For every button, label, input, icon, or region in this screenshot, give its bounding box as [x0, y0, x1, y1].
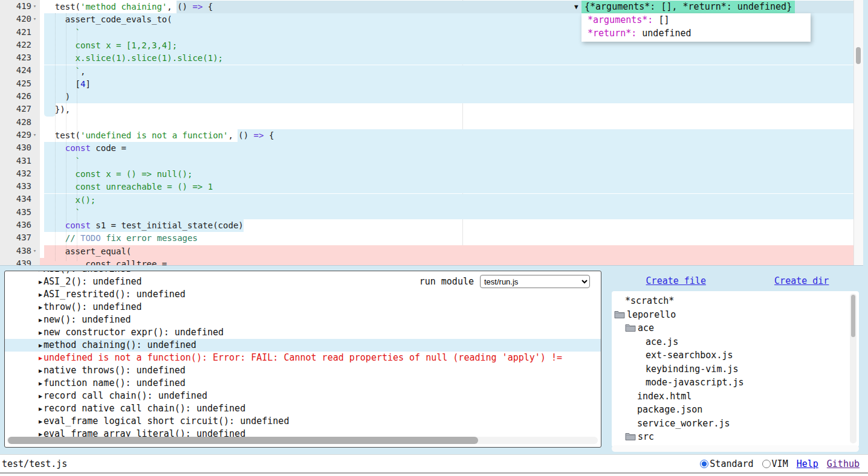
fold-toggle-icon[interactable]: ▾: [31, 245, 38, 257]
line-number: 435: [16, 206, 31, 219]
line-number: 434: [16, 193, 31, 205]
expand-triangle-icon[interactable]: ▶: [39, 271, 42, 272]
expand-triangle-icon[interactable]: ▶: [39, 405, 42, 412]
tree-vertical-scrollbar[interactable]: [850, 294, 857, 443]
code-line[interactable]: `: [45, 155, 80, 168]
expand-triangle-icon[interactable]: ▶: [39, 380, 42, 387]
test-result-row[interactable]: ▶eval_frame logical short circuit(): und…: [5, 415, 601, 428]
line-number: 431: [16, 155, 31, 167]
expand-triangle-icon[interactable]: ▶: [39, 393, 42, 399]
expand-triangle-icon[interactable]: ▶: [39, 329, 42, 336]
dir-tree-item[interactable]: leporello: [612, 308, 850, 322]
line-number: 429: [16, 129, 31, 141]
code-line[interactable]: assert_code_evals_to(: [45, 13, 172, 26]
code-line[interactable]: assert_equal(: [45, 245, 131, 258]
fold-toggle-icon[interactable]: ▾: [31, 0, 38, 13]
line-highlight: [44, 142, 853, 155]
create-dir-link[interactable]: Create dir: [774, 275, 829, 286]
expand-triangle-icon[interactable]: ▶: [39, 367, 42, 374]
line-number: 426: [16, 90, 31, 103]
line-highlight: [44, 194, 853, 207]
test-result-row[interactable]: ▶ASI_restrited(): undefined: [5, 288, 601, 301]
file-tree-item[interactable]: service_worker.js: [612, 417, 850, 431]
object-entry[interactable]: *arguments*: []: [581, 14, 811, 27]
expand-triangle-icon[interactable]: ▶: [39, 342, 42, 349]
test-result-row[interactable]: ▶native throws(): undefined: [5, 364, 601, 377]
help-link[interactable]: Help: [797, 458, 818, 469]
code-line[interactable]: `,: [45, 65, 85, 78]
line-number: 422: [16, 39, 31, 51]
test-result-row[interactable]: ▶method chaining(): undefined: [5, 339, 601, 352]
test-result-row[interactable]: ▶new constructor expr(): undefined: [5, 326, 601, 339]
code-line[interactable]: x.slice(1).slice(1).slice(1);: [45, 52, 223, 65]
scrollbar-thumb[interactable]: [8, 437, 478, 444]
file-tree-item[interactable]: package.json: [612, 403, 850, 417]
expand-triangle-icon[interactable]: ▶: [39, 278, 42, 285]
code-line[interactable]: const s1 = test_initial_state(code): [45, 219, 244, 232]
code-line[interactable]: const code =: [45, 142, 126, 155]
code-line[interactable]: test('undefined is not a function', () =…: [45, 129, 274, 142]
code-editor[interactable]: test('method chaining', () => { assert_c…: [0, 0, 863, 266]
run-module-select[interactable]: test/run.js: [480, 275, 590, 288]
dir-tree-item[interactable]: src: [612, 430, 850, 444]
file-tree-item[interactable]: ext-searchbox.js: [612, 349, 850, 362]
file-tree-item[interactable]: *scratch*: [612, 294, 850, 308]
files-panel-header: Create file Create dir: [612, 273, 863, 289]
test-result-row[interactable]: ▶record call chain(): undefined: [5, 390, 601, 402]
scrollbar-thumb[interactable]: [851, 295, 855, 337]
code-line[interactable]: const calltree = ...: [45, 258, 187, 266]
line-highlight: [44, 155, 853, 168]
expand-triangle-icon[interactable]: ▶: [39, 355, 42, 361]
keybinding-standard-option[interactable]: Standard: [700, 458, 753, 469]
line-number: 427: [16, 103, 31, 115]
line-number: 424: [16, 64, 31, 77]
editor-vertical-scrollbar[interactable]: [853, 0, 863, 265]
test-result-row[interactable]: ▶record native call chain(): undefined: [5, 402, 601, 415]
object-entry[interactable]: *return*: undefined: [581, 27, 811, 40]
file-tree-item[interactable]: mode-javascript.js: [612, 376, 850, 390]
scrollbar-thumb[interactable]: [856, 47, 861, 64]
file-tree-item[interactable]: ace.js: [612, 335, 850, 349]
folder-icon: [614, 310, 625, 319]
line-number: 438: [16, 245, 31, 257]
test-result-row[interactable]: ▶throw(): undefined: [5, 301, 601, 314]
expand-triangle-icon[interactable]: ▶: [39, 304, 42, 310]
line-number: 436: [16, 219, 31, 231]
github-link[interactable]: Github: [827, 458, 860, 469]
object-entries: *arguments*: []*return*: undefined: [581, 13, 811, 42]
code-line[interactable]: const x = () => null();: [45, 168, 192, 181]
line-number-gutter: 419▾420▾421422423424425426427428429▾4304…: [0, 0, 40, 265]
standard-radio[interactable]: [700, 460, 708, 468]
code-line[interactable]: // TODO fix error messages: [45, 232, 198, 245]
code-line[interactable]: }),: [45, 103, 70, 116]
results-horizontal-scrollbar[interactable]: [7, 437, 598, 444]
code-line[interactable]: x();: [45, 194, 96, 207]
expand-triangle-icon[interactable]: ▶: [39, 317, 42, 323]
expand-triangle-icon[interactable]: ▶: [39, 418, 42, 425]
standard-label: Standard: [710, 458, 753, 469]
collapse-triangle-icon[interactable]: ▼: [574, 1, 578, 13]
fold-toggle-icon[interactable]: ▾: [31, 13, 38, 25]
expand-triangle-icon[interactable]: ▶: [39, 291, 42, 298]
test-result-row[interactable]: ▶function name(): undefined: [5, 377, 601, 390]
test-result-row[interactable]: ▶undefined is not a function(): Error: F…: [5, 352, 601, 364]
fold-toggle-icon[interactable]: ▾: [31, 129, 38, 141]
create-file-link[interactable]: Create file: [646, 275, 706, 286]
vim-radio[interactable]: [762, 460, 771, 468]
dir-tree-item[interactable]: ace: [612, 321, 850, 335]
file-tree-item[interactable]: index.html: [612, 390, 850, 404]
code-line[interactable]: [4]: [45, 78, 91, 91]
code-line[interactable]: const x = [1,2,3,4];: [45, 39, 177, 52]
code-line[interactable]: ): [45, 91, 70, 103]
current-file-path: test/test.js: [0, 458, 67, 469]
code-line[interactable]: `: [45, 27, 80, 39]
keybinding-vim-option[interactable]: VIM: [762, 458, 788, 469]
tree-horizontal-scrollbar[interactable]: [612, 445, 859, 452]
line-number: 419: [16, 0, 31, 13]
file-tree-item[interactable]: keybinding-vim.js: [612, 362, 850, 376]
code-line[interactable]: test('method chaining', () => {: [45, 1, 213, 13]
code-line[interactable]: `: [45, 207, 80, 219]
test-result-row[interactable]: ▶new(): undefined: [5, 314, 601, 326]
code-line[interactable]: const unreachable = () => 1: [45, 181, 213, 193]
object-summary-header[interactable]: {*arguments*: [], *return*: undefined}: [581, 1, 795, 13]
